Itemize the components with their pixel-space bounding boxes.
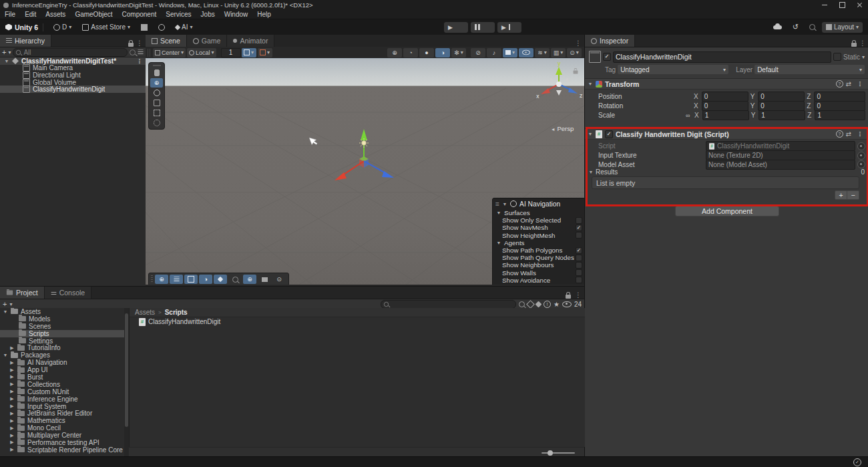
- scene-row[interactable]: ▼ ClassifyHandwrittenDigitTest* ⋮: [0, 57, 146, 65]
- nav-toggle-show-avoidance[interactable]: Show Avoidance: [493, 277, 584, 284]
- nav-toggle-show-neighbours[interactable]: Show Neighbours: [493, 261, 584, 269]
- nav-toggle-show-walls[interactable]: Show Walls: [493, 269, 584, 277]
- search-button[interactable]: [805, 22, 819, 33]
- project-search-input[interactable]: [381, 300, 516, 309]
- package-performance-testing-api[interactable]: ▶Performance testing API: [0, 439, 124, 446]
- gameobject-active-checkbox[interactable]: ✓: [603, 53, 611, 61]
- maximize-button[interactable]: [833, 0, 851, 10]
- menu-services[interactable]: Services: [161, 11, 196, 18]
- package-inference-engine[interactable]: ▶Inference Engine: [0, 396, 124, 403]
- scene-visibility-toggle[interactable]: [519, 48, 533, 57]
- overlay-drag-handle[interactable]: ≡: [495, 200, 499, 208]
- checkbox[interactable]: [576, 232, 582, 239]
- window-grid-button[interactable]: [137, 22, 152, 33]
- nav-toggle-show-navmesh[interactable]: Show NavMesh✓: [493, 224, 584, 231]
- nav-section-agents[interactable]: ▼Agents: [493, 239, 584, 247]
- checkbox[interactable]: [576, 255, 582, 261]
- rotation-y-field[interactable]: 0: [758, 101, 805, 111]
- folder-scripts[interactable]: Scripts: [0, 330, 124, 337]
- menu-help[interactable]: Help: [252, 11, 276, 18]
- hierarchy-search-input[interactable]: All: [13, 48, 128, 57]
- checkbox[interactable]: [576, 217, 582, 224]
- gizmo-lock-icon[interactable]: [574, 70, 578, 73]
- tool-orientation-dropdown[interactable]: Local▾: [187, 48, 216, 57]
- overlay-drag-handle[interactable]: [153, 65, 161, 66]
- lock-icon[interactable]: [566, 295, 571, 299]
- tab-scene[interactable]: Scene: [146, 35, 187, 47]
- transform-tool-button[interactable]: [150, 118, 163, 128]
- scale-x-field[interactable]: 1: [702, 110, 749, 120]
- rotate-tool-button[interactable]: [150, 88, 163, 98]
- menu-file[interactable]: File: [0, 11, 20, 18]
- folder-packages[interactable]: ▼Packages: [0, 351, 124, 359]
- folder-models[interactable]: Models: [0, 315, 124, 323]
- rect-tool-button[interactable]: [150, 108, 163, 118]
- asset-item-classifyhandwrittendigit[interactable]: # ClassifyHandwrittenDigit: [130, 317, 585, 326]
- zoom-slider[interactable]: [541, 452, 575, 454]
- checkbox[interactable]: [576, 277, 582, 283]
- lock-icon[interactable]: [851, 43, 857, 47]
- package-input-system[interactable]: ▶Input System: [0, 403, 124, 410]
- rotation-x-field[interactable]: 0: [702, 101, 748, 111]
- panel-menu-icon[interactable]: ⋮: [857, 39, 868, 47]
- package-ai-navigation[interactable]: ▶AI Navigation: [0, 359, 124, 366]
- zoom-slider-thumb[interactable]: [548, 450, 553, 456]
- checkbox[interactable]: [576, 262, 582, 269]
- shading-mode-button[interactable]: ◔: [403, 48, 418, 57]
- component-enabled-checkbox[interactable]: ✓: [605, 130, 613, 138]
- snap-increment-field[interactable]: 1: [221, 48, 241, 57]
- tab-project[interactable]: Project: [0, 287, 45, 299]
- tool-settings-button[interactable]: [170, 275, 183, 284]
- nav-toggle-show-path-polygons[interactable]: Show Path Polygons✓: [493, 247, 584, 254]
- scale-y-field[interactable]: 1: [758, 110, 805, 120]
- play-button[interactable]: ▶: [444, 22, 468, 33]
- position-z-field[interactable]: 0: [814, 92, 865, 102]
- menu-jobs[interactable]: Jobs: [196, 11, 220, 18]
- overlay-menu-button[interactable]: ⊙: [272, 275, 286, 284]
- view-options-button[interactable]: ◑: [199, 275, 212, 284]
- rotation-z-field[interactable]: 0: [814, 101, 865, 111]
- collab-button[interactable]: [154, 22, 169, 33]
- orientation-overlay-button[interactable]: ⊕: [243, 275, 256, 284]
- object-picker-icon[interactable]: [857, 160, 865, 168]
- package-burst[interactable]: ▶Burst: [0, 373, 124, 381]
- foldout-icon[interactable]: ▼: [588, 82, 593, 86]
- lighting-toggle[interactable]: ●: [419, 48, 434, 57]
- cloud-button[interactable]: [769, 22, 786, 33]
- hierarchy-item-global-volume[interactable]: Global Volume: [0, 79, 146, 86]
- tab-animator[interactable]: Animator: [227, 35, 274, 47]
- position-x-field[interactable]: 0: [702, 92, 748, 102]
- draw-modes-button[interactable]: [214, 275, 227, 284]
- nav-toggle-show-heightmesh[interactable]: Show HeightMesh: [493, 232, 584, 239]
- package-jetbrains-rider-editor[interactable]: ▶JetBrains Rider Editor: [0, 410, 124, 417]
- presets-icon[interactable]: ⇄: [846, 80, 851, 88]
- folder-settings[interactable]: Settings: [0, 337, 124, 345]
- visibility-icon[interactable]: [562, 301, 572, 307]
- breadcrumb-current[interactable]: Scripts: [165, 309, 188, 316]
- layer-dropdown[interactable]: Default▾: [754, 65, 865, 74]
- menu-assets[interactable]: Assets: [41, 11, 70, 18]
- presets-icon[interactable]: ⇄: [846, 130, 851, 138]
- projection-mode-label[interactable]: ◄ Persp: [541, 125, 584, 132]
- static-checkbox[interactable]: [833, 53, 841, 61]
- asset-store-dropdown[interactable]: Asset Store▾: [78, 22, 134, 33]
- menu-window[interactable]: Window: [220, 11, 253, 18]
- scale-z-field[interactable]: 1: [815, 110, 865, 120]
- list-add-button[interactable]: +: [835, 190, 847, 200]
- hand-tool-button[interactable]: [150, 68, 163, 77]
- list-remove-button[interactable]: −: [847, 190, 859, 200]
- close-button[interactable]: [851, 0, 868, 10]
- history-button[interactable]: ↺: [789, 22, 803, 33]
- breadcrumb-root[interactable]: Assets: [135, 309, 155, 316]
- move-gizmo[interactable]: [335, 129, 394, 180]
- object-picker-icon[interactable]: [857, 152, 865, 160]
- draw-mode-button[interactable]: ⊕: [387, 48, 402, 57]
- tab-hierarchy[interactable]: Hierarchy: [0, 35, 51, 47]
- nav-toggle-show-only-selected[interactable]: Show Only Selected: [493, 216, 584, 224]
- tab-console[interactable]: Console: [45, 287, 92, 299]
- results-foldout-icon[interactable]: ▼: [588, 170, 594, 174]
- package-mono-cecil[interactable]: ▶Mono Cecil: [0, 424, 124, 432]
- gameobject-name-field[interactable]: ClassifyHandwrittenDigit: [613, 51, 831, 63]
- panel-menu-icon[interactable]: ⋮: [572, 291, 584, 299]
- tools-overlay-button[interactable]: ⊕: [155, 275, 168, 284]
